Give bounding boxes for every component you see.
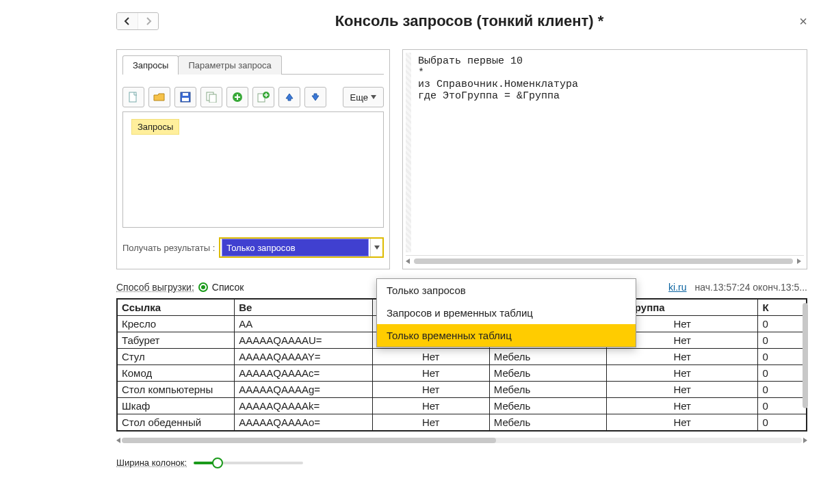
- table-cell: Нет: [372, 365, 489, 382]
- table-row[interactable]: Стол обеденныйAAAAAQAAAAo=НетМебельНет0: [118, 414, 807, 431]
- table-cell: Нет: [606, 414, 758, 431]
- table-cell: Нет: [372, 414, 489, 431]
- export-list-label: Список: [212, 282, 244, 293]
- move-down-icon[interactable]: [304, 87, 326, 107]
- results-label: Получать результаты :: [122, 243, 215, 253]
- col-width-label: Ширина колонок:: [116, 457, 187, 468]
- table-cell: 0: [758, 365, 807, 382]
- results-dropdown-list: Только запросов Запросов и временных таб…: [376, 278, 636, 347]
- add-icon[interactable]: [226, 87, 248, 107]
- table-cell: Кресло: [118, 316, 235, 332]
- timestamps: нач.13:57:24 оконч.13:5...: [695, 282, 807, 293]
- query-text[interactable]: Выбрать первые 10 * из Справочник.Номенк…: [406, 53, 804, 255]
- export-list-radio[interactable]: [198, 282, 208, 292]
- svg-rect-5: [209, 94, 216, 103]
- table-cell: АА: [235, 316, 372, 332]
- svg-rect-0: [129, 92, 136, 102]
- results-select[interactable]: Только запросов: [219, 237, 384, 258]
- table-cell: Табурет: [118, 332, 235, 349]
- table-h-scroll[interactable]: [116, 436, 807, 445]
- table-cell: Шкаф: [118, 398, 235, 414]
- window-title: Консоль запросов (тонкий клиент) *: [159, 12, 780, 30]
- table-row[interactable]: КомодAAAAAQAAAAc=НетМебельНет0: [118, 365, 807, 382]
- move-up-icon[interactable]: [278, 87, 300, 107]
- save-icon[interactable]: [174, 87, 196, 107]
- table-cell: Нет: [372, 398, 489, 414]
- table-cell: 0: [758, 398, 807, 414]
- table-cell: AAAAAQAAAAY=: [235, 349, 372, 365]
- table-cell: Стул: [118, 349, 235, 365]
- query-tree[interactable]: Запросы: [122, 111, 384, 228]
- tab-queries[interactable]: Запросы: [122, 55, 179, 75]
- table-cell: Нет: [606, 382, 758, 398]
- table-cell: Мебель: [489, 349, 606, 365]
- svg-rect-3: [183, 93, 188, 96]
- table-cell: 0: [758, 349, 807, 365]
- table-row[interactable]: Стол компьютерныAAAAAQAAAAg=НетМебельНет…: [118, 382, 807, 398]
- table-cell: 0: [758, 332, 807, 349]
- copy-icon[interactable]: [200, 87, 222, 107]
- tree-root-item[interactable]: Запросы: [131, 119, 179, 135]
- table-cell: AAAAAQAAAAU=: [235, 332, 372, 349]
- dropdown-opt-0[interactable]: Только запросов: [377, 279, 636, 302]
- source-link[interactable]: ki.ru: [668, 282, 686, 293]
- more-button[interactable]: Еще: [343, 87, 384, 107]
- dropdown-opt-2[interactable]: Только временных таблиц: [377, 324, 636, 347]
- table-cell: Нет: [606, 365, 758, 382]
- more-label: Еще: [350, 92, 368, 103]
- table-cell: AAAAAQAAAAc=: [235, 365, 372, 382]
- table-cell: Нет: [372, 349, 489, 365]
- table-cell: AAAAAQAAAAk=: [235, 398, 372, 414]
- slider-handle[interactable]: [212, 457, 223, 468]
- table-cell: 0: [758, 382, 807, 398]
- table-cell: Стол обеденный: [118, 414, 235, 431]
- nav-back-button[interactable]: [117, 13, 138, 29]
- close-button[interactable]: ×: [799, 14, 807, 29]
- table-row[interactable]: СтулAAAAAQAAAAY=НетМебельНет0: [118, 349, 807, 365]
- open-icon[interactable]: [148, 87, 170, 107]
- table-cell: Нет: [606, 398, 758, 414]
- table-row[interactable]: ШкафAAAAAQAAAAk=НетМебельНет0: [118, 398, 807, 414]
- nav-forward-button[interactable]: [138, 13, 158, 29]
- table-cell: Нет: [372, 382, 489, 398]
- table-cell: AAAAAQAAAAg=: [235, 382, 372, 398]
- code-h-scroll[interactable]: [406, 255, 804, 266]
- results-select-value: Только запросов: [222, 239, 369, 256]
- table-cell: Стол компьютерны: [118, 382, 235, 398]
- table-cell: Нет: [606, 349, 758, 365]
- table-cell: Мебель: [489, 365, 606, 382]
- tab-params[interactable]: Параметры запроса: [178, 55, 281, 75]
- svg-rect-2: [182, 98, 189, 101]
- table-v-scroll[interactable]: [803, 299, 811, 431]
- table-cell: Мебель: [489, 398, 606, 414]
- table-header[interactable]: Ве: [235, 300, 372, 316]
- code-panel: Выбрать первые 10 * из Справочник.Номенк…: [402, 49, 807, 269]
- table-cell: AAAAAQAAAAo=: [235, 414, 372, 431]
- table-cell: 0: [758, 316, 807, 332]
- query-panel: Запросы Параметры запроса: [116, 49, 390, 269]
- new-icon[interactable]: [122, 87, 144, 107]
- results-dropdown-button[interactable]: [370, 239, 382, 256]
- add-sub-icon[interactable]: [252, 87, 274, 107]
- table-cell: Мебель: [489, 414, 606, 431]
- table-header[interactable]: Ссылка: [118, 300, 235, 316]
- nav-history: [116, 12, 159, 30]
- export-label: Способ выгрузки:: [116, 282, 194, 293]
- table-cell: Мебель: [489, 382, 606, 398]
- dropdown-opt-1[interactable]: Запросов и временных таблиц: [377, 302, 636, 324]
- table-cell: Комод: [118, 365, 235, 382]
- col-width-slider[interactable]: [194, 462, 303, 464]
- table-header[interactable]: К: [758, 300, 807, 316]
- table-cell: 0: [758, 414, 807, 431]
